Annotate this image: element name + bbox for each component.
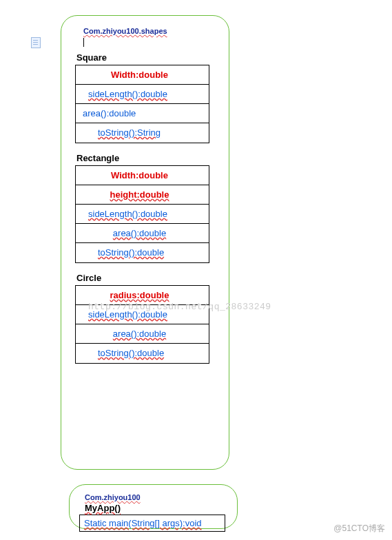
method-row: area():double	[76, 224, 209, 243]
method-row: toString():String	[76, 123, 209, 143]
class-name: MyApp()	[85, 503, 227, 513]
class-table: radius:doublesideLength():doublearea():d…	[75, 285, 209, 364]
method-row: toString():double	[76, 344, 209, 363]
method-row: sideLength():double	[76, 205, 209, 224]
footer-credit: @51CTO博客	[333, 523, 385, 534]
class-block: RectangleWidth:doubleheight:doublesideLe…	[75, 153, 215, 263]
package-app: Com.zhiyou100 MyApp() Static main(String…	[69, 484, 238, 529]
class-block: Circleradius:doublesideLength():doublear…	[75, 273, 215, 364]
method-row: area():double	[76, 324, 209, 344]
text-cursor	[83, 38, 84, 47]
method-row: area():double	[76, 104, 209, 123]
class-name: Square	[76, 52, 215, 63]
attribute-row: Width:double	[76, 166, 209, 185]
class-block: SquareWidth:doublesideLength():doubleare…	[75, 52, 215, 143]
class-name: Rectangle	[76, 153, 215, 163]
package-shapes: Com.zhiyou100.shapes SquareWidth:doubles…	[61, 15, 229, 470]
class-table: Static main(String[] args):void	[79, 515, 225, 532]
class-name: Circle	[76, 273, 215, 283]
attribute-row: radius:double	[76, 286, 209, 305]
class-list: SquareWidth:doublesideLength():doubleare…	[70, 52, 220, 364]
class-table: Width:doubleheight:doublesideLength():do…	[75, 165, 209, 263]
class-table: Width:doublesideLength():doublearea():do…	[75, 65, 209, 143]
package-title: Com.zhiyou100	[85, 493, 227, 501]
document-icon	[31, 37, 41, 48]
attribute-row: height:double	[76, 185, 209, 205]
method-row: sideLength():double	[76, 305, 209, 324]
attribute-row: Width:double	[76, 65, 209, 85]
method-row: toString():double	[76, 243, 209, 262]
method-row: sideLength():double	[76, 85, 209, 104]
package-title: Com.zhiyou100.shapes	[83, 27, 220, 35]
method-row: Static main(String[] args):void	[80, 515, 225, 531]
